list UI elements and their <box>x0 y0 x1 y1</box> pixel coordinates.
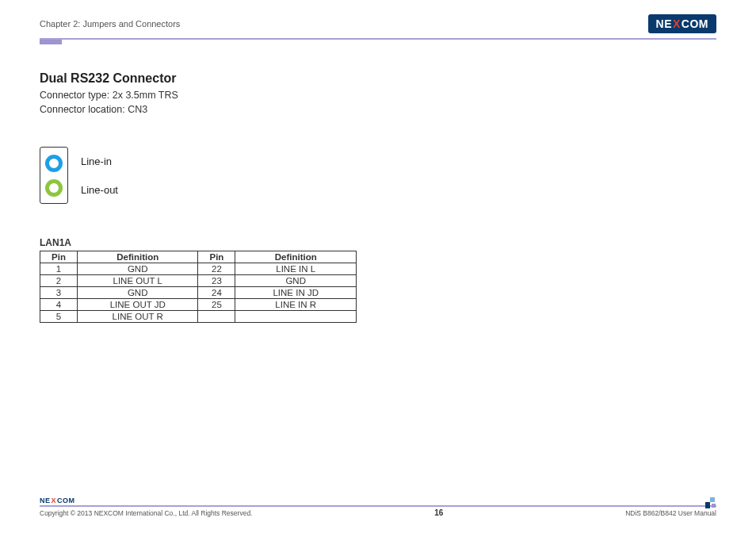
pin-cell <box>198 311 235 323</box>
pin-cell: 23 <box>198 275 235 287</box>
table-row: 2LINE OUT L23GND <box>40 275 357 287</box>
footer-logo: NEXCOM <box>40 497 716 504</box>
pin-cell: 2 <box>40 275 78 287</box>
pin-table: Pin Definition Pin Definition 1GND22LINE… <box>40 251 357 323</box>
copyright-text: Copyright © 2013 NEXCOM International Co… <box>40 509 252 517</box>
pin-cell: 3 <box>40 287 78 299</box>
line-out-jack-icon <box>45 179 63 197</box>
table-row: 5LINE OUT R <box>40 311 357 323</box>
logo-x-icon: X <box>673 17 681 30</box>
def-cell <box>235 311 357 323</box>
table-title: LAN1A <box>40 237 716 248</box>
connector-location: Connector location: CN3 <box>40 103 716 117</box>
col-pin-2: Pin <box>198 251 235 263</box>
def-cell: LINE OUT JD <box>77 299 198 311</box>
footer-divider <box>40 505 716 507</box>
def-cell: GND <box>235 275 357 287</box>
col-def-1: Definition <box>77 251 198 263</box>
doc-title: NDiS B862/B842 User Manual <box>625 509 716 517</box>
line-in-label: Line-in <box>81 155 118 167</box>
def-cell: LINE IN JD <box>235 287 357 299</box>
pin-cell: 25 <box>198 299 235 311</box>
page-number: 16 <box>434 508 443 517</box>
def-cell: LINE OUT R <box>77 311 198 323</box>
table-row: 4LINE OUT JD25LINE IN R <box>40 299 357 311</box>
corner-decor-icon <box>705 497 718 510</box>
col-pin-1: Pin <box>40 251 78 263</box>
pin-cell: 4 <box>40 299 78 311</box>
footer-logo-pre: NE <box>40 497 51 504</box>
section-title: Dual RS232 Connector <box>40 71 716 86</box>
footer-logo-post: COM <box>57 497 75 504</box>
def-cell: LINE IN R <box>235 299 357 311</box>
def-cell: GND <box>77 263 198 275</box>
def-cell: GND <box>77 287 198 299</box>
def-cell: LINE IN L <box>235 263 357 275</box>
line-out-label: Line-out <box>81 184 118 196</box>
jack-panel <box>40 147 68 204</box>
line-in-jack-icon <box>45 155 63 172</box>
def-cell: LINE OUT L <box>77 275 198 287</box>
pin-cell: 22 <box>198 263 235 275</box>
chapter-title: Chapter 2: Jumpers and Connectors <box>40 19 180 29</box>
table-row: 1GND22LINE IN L <box>40 263 357 275</box>
logo-text-pre: NE <box>656 17 672 30</box>
header-divider <box>40 38 716 40</box>
pin-cell: 24 <box>198 287 235 299</box>
connector-diagram: Line-in Line-out <box>40 147 716 204</box>
pin-cell: 5 <box>40 311 78 323</box>
table-row: 3GND24LINE IN JD <box>40 287 357 299</box>
pin-cell: 1 <box>40 263 78 275</box>
col-def-2: Definition <box>235 251 357 263</box>
footer-logo-x-icon: X <box>52 497 57 504</box>
nexcom-logo: NEXCOM <box>648 14 716 33</box>
header-tab-icon <box>40 40 62 44</box>
logo-text-post: COM <box>682 17 708 30</box>
connector-type: Connector type: 2x 3.5mm TRS <box>40 89 716 103</box>
